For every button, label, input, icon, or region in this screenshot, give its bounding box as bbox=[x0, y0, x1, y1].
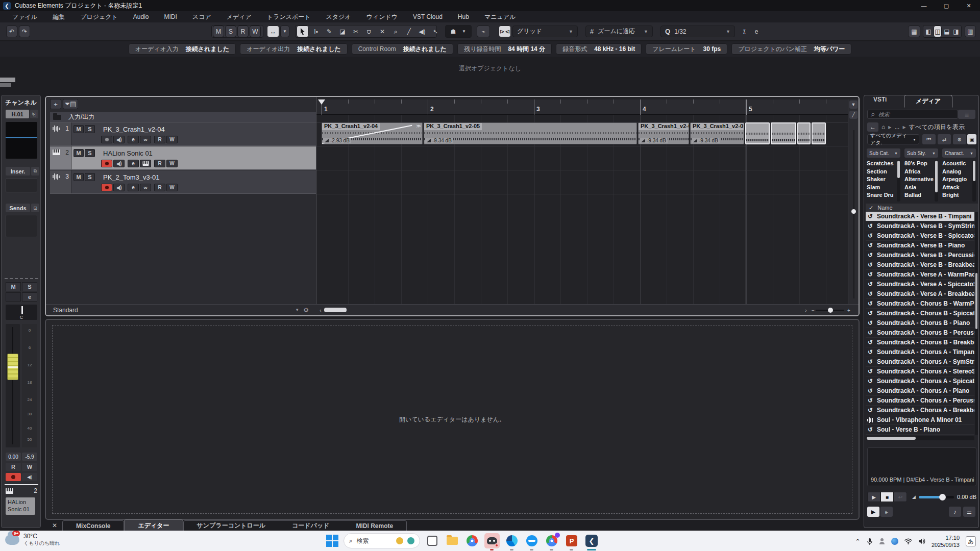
timeline-ruler[interactable]: 1 2 3 4 5 bbox=[316, 99, 848, 115]
mute-tool-icon[interactable]: ✕ bbox=[376, 26, 388, 37]
sends-bypass-icon[interactable]: ⊡ bbox=[31, 204, 39, 212]
chevron-down-icon[interactable]: ▼ bbox=[295, 308, 299, 312]
setup-window-layout-icon[interactable]: ▦ bbox=[908, 26, 920, 37]
inserts-slot[interactable] bbox=[6, 178, 37, 192]
media-list-hscrollbar[interactable] bbox=[866, 436, 974, 440]
channel-link-icon[interactable]: ∞ bbox=[140, 184, 151, 191]
filter-item[interactable]: Alternative bbox=[904, 176, 938, 184]
media-list-item[interactable]: SoundtrackA - Chorus A - Spiccato bbox=[866, 377, 974, 386]
wifi-icon[interactable] bbox=[904, 538, 912, 544]
menu-item[interactable]: マニュアル bbox=[477, 12, 523, 22]
filter-item[interactable]: Analog bbox=[942, 168, 976, 176]
pan-control[interactable]: C bbox=[6, 305, 37, 320]
monitor-button[interactable]: ◀) bbox=[113, 136, 125, 143]
channel-solo-button[interactable]: S bbox=[22, 282, 37, 291]
draw-tool-icon[interactable]: ✎ bbox=[323, 26, 335, 37]
media-list-item[interactable]: SoundtrackA - Verse A - Breakbeat bbox=[866, 289, 974, 299]
media-list-item[interactable]: SoundtrackA - Chorus B - Breakbe bbox=[866, 338, 974, 347]
media-list-item[interactable]: SoundtrackA - Chorus B - Piano bbox=[866, 318, 974, 328]
media-list-item[interactable]: SoundtrackA - Verse A - SpiccatoSt bbox=[866, 280, 974, 289]
menu-item[interactable]: 編集 bbox=[45, 12, 72, 22]
chevron-down-icon[interactable]: ▼ bbox=[849, 101, 857, 109]
automation-mute-button[interactable]: M bbox=[213, 26, 224, 37]
media-list-item[interactable]: SoundtrackA - Verse B - Percussion bbox=[866, 251, 974, 260]
volume-fader[interactable] bbox=[6, 324, 20, 447]
filter-scrollbar[interactable] bbox=[972, 160, 976, 202]
filter-item[interactable]: Bright bbox=[942, 191, 976, 199]
track-name[interactable]: PK_2_Tom3_v3-01 bbox=[103, 173, 160, 181]
track-solo-button[interactable]: S bbox=[85, 149, 95, 157]
tab-media[interactable]: メディア bbox=[904, 95, 952, 108]
chrome-button[interactable] bbox=[464, 533, 480, 548]
discord-button[interactable] bbox=[484, 533, 500, 548]
inserts-button[interactable]: Inser. bbox=[6, 167, 30, 176]
filter-substyle-dropdown[interactable]: Sub Sty.▼ bbox=[904, 148, 938, 158]
read-automation-button[interactable]: R bbox=[154, 136, 165, 143]
color-tool-icon[interactable]: ➴ bbox=[429, 26, 442, 37]
fader-handle[interactable] bbox=[7, 354, 18, 380]
filter-character-list[interactable]: AcousticAnalogArpeggioAttackBright bbox=[942, 160, 976, 202]
menu-item[interactable]: Audio bbox=[126, 12, 156, 21]
track-name[interactable]: HALion Sonic 01 bbox=[103, 149, 153, 157]
preview-volume-slider[interactable] bbox=[919, 496, 954, 498]
show-info-line-icon[interactable]: ◫ bbox=[934, 26, 942, 37]
scroll-left-icon[interactable]: ‹ bbox=[317, 307, 324, 314]
audio-event-selected[interactable] bbox=[797, 122, 811, 144]
media-list-item[interactable]: SoundtrackA - Chorus A - SymStrin bbox=[866, 357, 974, 367]
play-tool-icon[interactable]: ◀) bbox=[416, 26, 428, 37]
media-list-item[interactable]: SoundtrackA - Chorus A - StereoSt bbox=[866, 367, 974, 377]
channel-link-icon[interactable]: ∞ bbox=[140, 136, 151, 143]
media-list-item[interactable]: Soul - Verse B - Piano bbox=[866, 425, 974, 435]
record-enable-button[interactable] bbox=[6, 473, 21, 481]
split-tool-icon[interactable]: ✂ bbox=[350, 26, 362, 37]
visibility-preset[interactable]: Standard bbox=[53, 307, 78, 314]
tab-mixconsole[interactable]: MixConsole bbox=[63, 521, 124, 531]
marker-dropdown-icon[interactable]: ▼ bbox=[459, 26, 469, 37]
media-list-item[interactable]: SoundtrackA - Verse B - SpiccatoSt bbox=[866, 231, 974, 241]
name-column-header[interactable]: ✓ Name bbox=[866, 204, 978, 212]
quantize-dropdown[interactable]: Q 1/32▼ bbox=[660, 26, 735, 37]
filter-item[interactable]: Slam bbox=[867, 184, 900, 192]
write-automation-button[interactable]: W bbox=[166, 160, 178, 167]
maximize-button[interactable]: ▢ bbox=[935, 0, 958, 11]
filter-item[interactable]: Scratches bbox=[867, 160, 900, 168]
cubase-taskbar-button[interactable]: ❮ bbox=[584, 533, 599, 548]
audio-event-selected[interactable] bbox=[812, 122, 826, 144]
zoom-slider-handle[interactable] bbox=[828, 308, 833, 313]
note-icon[interactable]: ♪ bbox=[949, 507, 961, 517]
zoom-in-icon[interactable]: + bbox=[845, 307, 852, 314]
audio-event[interactable]: PK_3_Crash1_v2-0 -9.34 dB bbox=[690, 122, 744, 144]
sends-slot[interactable] bbox=[6, 215, 37, 237]
track-mute-button[interactable]: M bbox=[74, 173, 84, 181]
powerpoint-button[interactable]: P bbox=[564, 533, 579, 548]
show-inspector-icon[interactable]: ◧ bbox=[924, 26, 933, 37]
copilot-icon[interactable] bbox=[891, 538, 898, 545]
autoscroll-dropdown-icon[interactable]: ▼ bbox=[280, 26, 289, 37]
glue-tool-icon[interactable]: ⩌ bbox=[363, 26, 375, 37]
menu-item[interactable]: VST Cloud bbox=[406, 12, 450, 21]
chrome-profile-button[interactable] bbox=[544, 533, 559, 548]
filter-subcategory-list[interactable]: ScratchesSectionShakerSlamSnare Dru bbox=[867, 160, 900, 202]
horizontal-scrollbar[interactable]: ‹ › − + bbox=[316, 304, 859, 315]
snap-on-off-icon[interactable]: ⊳⊲ bbox=[499, 26, 511, 37]
io-folder-row[interactable]: 入力/出力 bbox=[50, 112, 316, 122]
breadcrumb[interactable]: すべての項目を表示 bbox=[909, 123, 965, 132]
volume-icon[interactable] bbox=[918, 538, 925, 544]
read-automation-button[interactable]: R bbox=[154, 184, 165, 191]
menu-item[interactable]: スタジオ bbox=[319, 12, 358, 22]
edge-button[interactable] bbox=[504, 533, 520, 548]
filter-item[interactable]: Section bbox=[867, 168, 900, 176]
event-gain-label[interactable]: -9.34 dB bbox=[425, 138, 453, 143]
file-explorer-button[interactable] bbox=[445, 533, 460, 548]
media-list-item[interactable]: SoundtrackA - Chorus B - WarmPa bbox=[866, 299, 974, 309]
snap-type-dropdown[interactable]: グリッド▼ bbox=[512, 26, 578, 37]
show-right-zone-icon[interactable]: ▥ bbox=[965, 26, 976, 37]
start-button[interactable] bbox=[326, 534, 339, 547]
track-solo-button[interactable]: S bbox=[85, 173, 95, 181]
filter-item[interactable]: Shaker bbox=[867, 176, 900, 184]
filter-item[interactable]: Snare Dru bbox=[867, 191, 900, 199]
track-solo-button[interactable]: S bbox=[85, 125, 95, 133]
object-selection-tool-icon[interactable] bbox=[297, 26, 309, 37]
breadcrumb-ellipsis[interactable]: ... bbox=[894, 123, 899, 131]
filter-settings-icon[interactable]: ⚌ bbox=[963, 507, 975, 517]
